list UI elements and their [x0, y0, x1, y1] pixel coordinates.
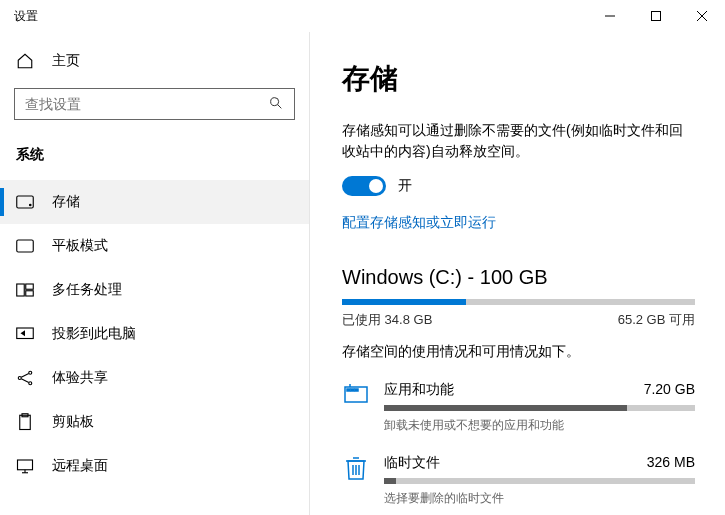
home-icon — [16, 52, 34, 70]
window-title: 设置 — [14, 8, 38, 25]
svg-point-14 — [18, 377, 21, 380]
apps-icon — [342, 381, 370, 434]
category-name: 临时文件 — [384, 454, 440, 472]
sidebar-item-label: 存储 — [52, 193, 80, 211]
svg-rect-8 — [17, 240, 34, 252]
drive-sub-desc: 存储空间的使用情况和可用情况如下。 — [342, 343, 695, 361]
sidebar-item-label: 体验共享 — [52, 369, 108, 387]
svg-rect-27 — [355, 389, 358, 391]
drive-used-text: 已使用 34.8 GB — [342, 311, 432, 329]
sidebar-item-clipboard[interactable]: 剪贴板 — [0, 400, 309, 444]
home-nav[interactable]: 主页 — [0, 42, 309, 80]
tablet-icon — [16, 239, 34, 253]
sidebar-item-multitask[interactable]: 多任务处理 — [0, 268, 309, 312]
sidebar-item-storage[interactable]: 存储 — [0, 180, 309, 224]
svg-rect-11 — [26, 284, 34, 289]
drive-usage-fill — [342, 299, 466, 305]
category-size: 326 MB — [647, 454, 695, 472]
share-icon — [16, 369, 34, 387]
category-size: 7.20 GB — [644, 381, 695, 399]
sidebar-item-label: 剪贴板 — [52, 413, 94, 431]
window-controls — [587, 0, 725, 32]
trash-icon — [342, 454, 370, 507]
svg-rect-25 — [347, 389, 350, 391]
toggle-state-label: 开 — [398, 177, 412, 195]
svg-rect-19 — [20, 415, 31, 429]
svg-line-17 — [21, 374, 29, 378]
home-label: 主页 — [52, 52, 80, 70]
main-content: 存储 存储感知可以通过删除不需要的文件(例如临时文件和回收站中的内容)自动释放空… — [310, 32, 725, 515]
svg-point-4 — [271, 97, 279, 105]
svg-line-5 — [278, 104, 282, 108]
drive-title: Windows (C:) - 100 GB — [342, 266, 695, 289]
category-apps[interactable]: 应用和功能 7.20 GB 卸载未使用或不想要的应用和功能 — [342, 381, 695, 434]
drive-usage-bar — [342, 299, 695, 305]
svg-rect-1 — [652, 12, 661, 21]
clipboard-icon — [16, 413, 34, 431]
storage-sense-description: 存储感知可以通过删除不需要的文件(例如临时文件和回收站中的内容)自动释放空间。 — [342, 120, 695, 162]
storage-icon — [16, 195, 34, 209]
category-bar — [384, 405, 695, 411]
sidebar-item-label: 远程桌面 — [52, 457, 108, 475]
category-bar — [384, 478, 695, 484]
multitask-icon — [16, 283, 34, 297]
minimize-button[interactable] — [587, 0, 633, 32]
titlebar: 设置 — [0, 0, 725, 32]
maximize-button[interactable] — [633, 0, 679, 32]
sidebar-item-remote[interactable]: 远程桌面 — [0, 444, 309, 488]
category-hint: 卸载未使用或不想要的应用和功能 — [384, 417, 695, 434]
close-button[interactable] — [679, 0, 725, 32]
sidebar-item-shared[interactable]: 体验共享 — [0, 356, 309, 400]
page-title: 存储 — [342, 60, 695, 98]
remote-icon — [16, 458, 34, 474]
search-field[interactable] — [25, 96, 268, 112]
storage-sense-toggle[interactable] — [342, 176, 386, 196]
sidebar-item-project[interactable]: 投影到此电脑 — [0, 312, 309, 356]
search-icon — [268, 95, 284, 114]
section-title: 系统 — [0, 136, 309, 180]
svg-rect-21 — [18, 460, 33, 470]
svg-point-15 — [29, 371, 32, 374]
svg-line-18 — [21, 379, 29, 383]
search-input[interactable] — [14, 88, 295, 120]
category-fill — [384, 405, 627, 411]
svg-point-16 — [29, 382, 32, 385]
sidebar-item-tablet[interactable]: 平板模式 — [0, 224, 309, 268]
svg-point-7 — [30, 204, 32, 206]
category-name: 应用和功能 — [384, 381, 454, 399]
svg-rect-10 — [17, 284, 25, 296]
configure-link[interactable]: 配置存储感知或立即运行 — [342, 214, 695, 232]
svg-rect-26 — [351, 389, 354, 391]
category-hint: 选择要删除的临时文件 — [384, 490, 695, 507]
category-temp[interactable]: 临时文件 326 MB 选择要删除的临时文件 — [342, 454, 695, 507]
project-icon — [16, 327, 34, 341]
sidebar-item-label: 多任务处理 — [52, 281, 122, 299]
sidebar-item-label: 投影到此电脑 — [52, 325, 136, 343]
drive-free-text: 65.2 GB 可用 — [618, 311, 695, 329]
category-fill — [384, 478, 396, 484]
sidebar: 主页 系统 存储 平板模式 — [0, 32, 310, 515]
sidebar-item-label: 平板模式 — [52, 237, 108, 255]
svg-rect-12 — [26, 291, 34, 296]
